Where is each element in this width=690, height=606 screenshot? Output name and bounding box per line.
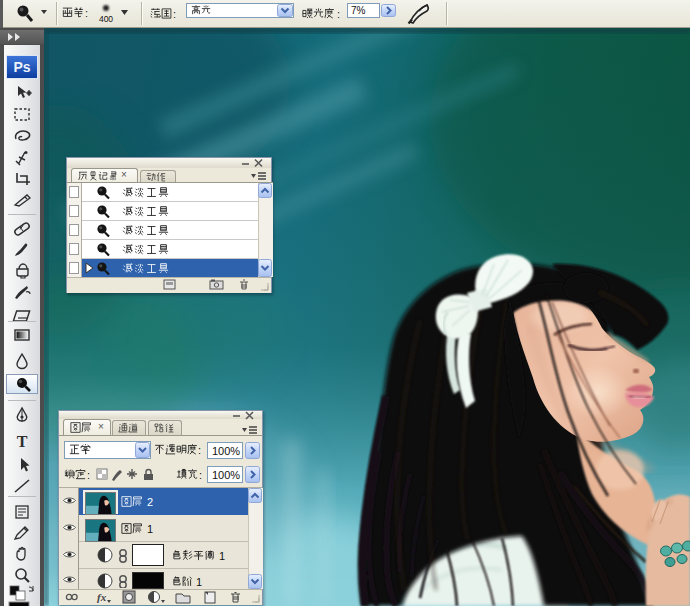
svg-text:fx: fx (97, 591, 107, 603)
svg-text:400: 400 (99, 14, 113, 24)
svg-text:T: T (17, 433, 28, 450)
